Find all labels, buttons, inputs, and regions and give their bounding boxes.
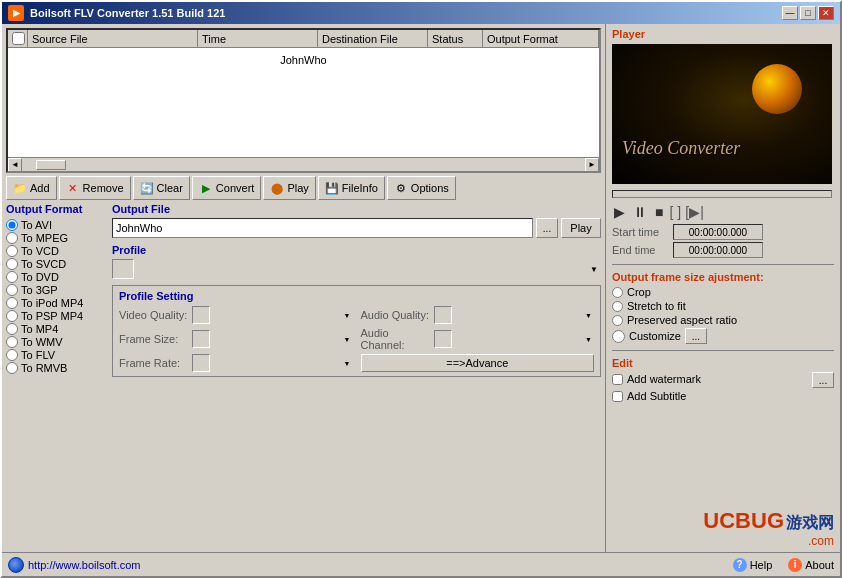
play-button[interactable]: ⬤ Play: [263, 176, 315, 200]
output-play-button[interactable]: Play: [561, 218, 601, 238]
maximize-button[interactable]: □: [800, 6, 816, 20]
format-wmv-radio[interactable]: [6, 336, 18, 348]
output-format-panel: Output Format To AVI To MPEG To VCD: [6, 203, 106, 548]
format-flv-radio[interactable]: [6, 349, 18, 361]
format-ipod-radio[interactable]: [6, 297, 18, 309]
checkbox-col-header: [8, 30, 28, 47]
start-time-input[interactable]: [673, 224, 763, 240]
crop-radio[interactable]: [612, 287, 623, 298]
remove-label: Remove: [83, 182, 124, 194]
status-bar: http://www.boilsoft.com ? Help i About: [2, 552, 840, 576]
watermark-label: Add watermark: [627, 373, 701, 385]
output-file-input[interactable]: [112, 218, 533, 238]
select-all-checkbox[interactable]: [12, 32, 25, 45]
player-screen: Video Converter: [612, 44, 832, 184]
audio-channel-row: Audio Channel:: [361, 327, 595, 351]
main-panel: Source File Time Destination File Status…: [2, 24, 605, 552]
status-left: http://www.boilsoft.com: [8, 557, 141, 573]
convert-icon: ▶: [199, 181, 213, 195]
clear-button[interactable]: 🔄 Clear: [133, 176, 190, 200]
browse-button[interactable]: ...: [536, 218, 558, 238]
frame-rate-row: Frame Rate:: [119, 354, 353, 372]
frame-rate-select[interactable]: [192, 354, 210, 372]
stop-ctrl-button[interactable]: ■: [653, 204, 665, 220]
edit-label: Edit: [612, 357, 834, 369]
format-3gp-radio[interactable]: [6, 284, 18, 296]
format-svcd-radio[interactable]: [6, 258, 18, 270]
file-list-container: Source File Time Destination File Status…: [6, 28, 601, 173]
video-quality-select[interactable]: [192, 306, 210, 324]
main-window: ▶ Boilsoft FLV Converter 1.51 Build 121 …: [0, 0, 842, 578]
status-url: http://www.boilsoft.com: [28, 559, 141, 571]
status-right: ? Help i About: [733, 558, 834, 572]
watermark-dots-button[interactable]: ...: [812, 372, 834, 388]
format-mp4-radio[interactable]: [6, 323, 18, 335]
preserved-radio[interactable]: [612, 315, 623, 326]
pause-ctrl-button[interactable]: ⏸: [631, 204, 649, 220]
customize-radio[interactable]: [612, 330, 625, 343]
minimize-button[interactable]: —: [782, 6, 798, 20]
remove-button[interactable]: ✕ Remove: [59, 176, 131, 200]
play-ctrl-button[interactable]: ▶: [612, 204, 627, 220]
subtitle-checkbox[interactable]: [612, 391, 623, 402]
start-time-row: Start time: [612, 224, 834, 240]
player-label: Player: [612, 28, 834, 40]
format-mpeg-radio[interactable]: [6, 232, 18, 244]
frame-size-adjustment-label: Output frame size ajustment:: [612, 271, 834, 283]
toolbar: 📁 Add ✕ Remove 🔄 Clear ▶ Convert ⬤ P: [6, 173, 601, 203]
audio-channel-select[interactable]: [434, 330, 452, 348]
profile-select-wrapper: [112, 259, 601, 279]
title-buttons: — □ ✕: [782, 6, 834, 20]
help-btn[interactable]: ? Help: [733, 558, 773, 572]
convert-button[interactable]: ▶ Convert: [192, 176, 262, 200]
advance-button[interactable]: ==>Advance: [361, 354, 595, 372]
frame-size-select[interactable]: [192, 330, 210, 348]
format-avi-radio[interactable]: [6, 219, 18, 231]
audio-quality-select[interactable]: [434, 306, 452, 324]
options-icon: ⚙: [394, 181, 408, 195]
horizontal-scrollbar[interactable]: ◄ ►: [8, 157, 599, 171]
player-text-overlay: Video Converter: [622, 138, 740, 159]
player-screen-content: Video Converter: [612, 44, 832, 184]
format-rmvb-label: To RMVB: [21, 362, 67, 374]
scrollbar-thumb[interactable]: [36, 160, 66, 170]
edit-section: Edit Add watermark ... Add Subtitle: [612, 357, 834, 404]
list-item[interactable]: JohnWho: [12, 52, 595, 68]
end-time-input[interactable]: [673, 242, 763, 258]
format-vcd-radio[interactable]: [6, 245, 18, 257]
watermark-checkbox[interactable]: [612, 374, 623, 385]
fileinfo-button[interactable]: 💾 FileInfo: [318, 176, 385, 200]
scroll-left-arrow[interactable]: ◄: [8, 158, 22, 172]
info-icon: i: [788, 558, 802, 572]
frame-size-label: Frame Size:: [119, 333, 189, 345]
player-ball-graphic: [752, 64, 802, 114]
format-psp: To PSP MP4: [6, 310, 106, 322]
format-rmvb-radio[interactable]: [6, 362, 18, 374]
divider-2: [612, 350, 834, 351]
player-controls: ▶ ⏸ ■ [ ] [▶|: [612, 204, 834, 220]
play-label: Play: [287, 182, 308, 194]
format-vcd: To VCD: [6, 245, 106, 257]
stretch-radio[interactable]: [612, 301, 623, 312]
customize-dots-button[interactable]: ...: [685, 328, 707, 344]
right-settings-panel: Output File ... Play Profile: [112, 203, 601, 548]
format-psp-radio[interactable]: [6, 310, 18, 322]
time-col-header: Time: [198, 30, 318, 47]
profile-setting-title: Profile Setting: [119, 290, 594, 302]
about-btn[interactable]: i About: [788, 558, 834, 572]
bottom-area: Output Format To AVI To MPEG To VCD: [6, 203, 601, 548]
options-button[interactable]: ⚙ Options: [387, 176, 456, 200]
settings-grid: Video Quality: Audio Quality:: [119, 306, 594, 372]
add-button[interactable]: 📁 Add: [6, 176, 57, 200]
ucbug-com: .com: [612, 534, 834, 548]
close-button[interactable]: ✕: [818, 6, 834, 20]
format-dvd-radio[interactable]: [6, 271, 18, 283]
profile-label: Profile: [112, 244, 601, 256]
format-3gp-label: To 3GP: [21, 284, 58, 296]
scroll-right-arrow[interactable]: ►: [585, 158, 599, 172]
audio-quality-label: Audio Quality:: [361, 309, 431, 321]
audio-quality-row: Audio Quality:: [361, 306, 595, 324]
profile-select[interactable]: [112, 259, 134, 279]
player-seek-bar[interactable]: [612, 190, 832, 198]
preserved-option: Preserved aspect ratio: [612, 314, 834, 326]
